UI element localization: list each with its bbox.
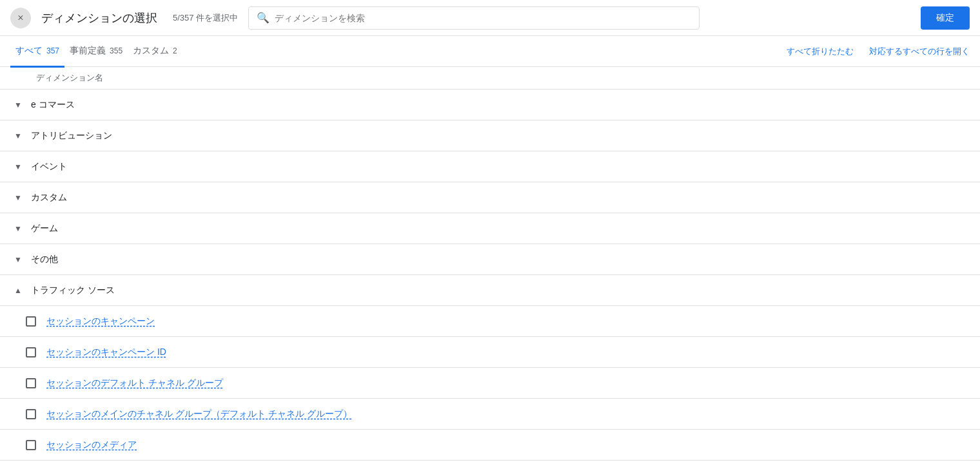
chevron-down-icon: ▼ [10, 252, 26, 267]
tab-predefined[interactable]: 事前定義 355 [64, 37, 128, 68]
category-game-label: ゲーム [31, 223, 58, 234]
chevron-down-icon: ▼ [10, 159, 26, 175]
tab-all-label: すべて [15, 45, 43, 57]
close-button[interactable]: × [10, 8, 31, 28]
session-main-channel-checkbox[interactable] [26, 409, 36, 419]
chevron-up-icon: ▲ [10, 283, 26, 298]
session-campaign-id-label: セッションのキャンペーン ID [46, 347, 166, 358]
column-header-dimension-name: ディメンション名 [10, 72, 103, 84]
category-custom-label: カスタム [31, 192, 67, 204]
chevron-down-icon: ▼ [10, 221, 26, 236]
dialog-title: ディメンションの選択 [41, 10, 157, 26]
selection-count: 5/357 件を選択中 [173, 12, 238, 24]
category-other-label: その他 [31, 254, 58, 265]
session-campaign-label: セッションのキャンペーン [46, 316, 155, 327]
chevron-down-icon: ▼ [10, 190, 26, 205]
list-item[interactable]: セッションの参照元 [0, 461, 980, 467]
list-item[interactable]: セッションのデフォルト チャネル グループ [0, 368, 980, 399]
chevron-down-icon: ▼ [10, 97, 26, 113]
search-icon: 🔍 [257, 12, 270, 24]
session-campaign-id-checkbox[interactable] [26, 347, 36, 357]
category-attribution-label: アトリビューション [31, 130, 112, 142]
session-media-label: セッションのメディア [46, 439, 137, 451]
category-event-label: イベント [31, 161, 67, 173]
tab-custom[interactable]: カスタム 2 [128, 37, 182, 68]
tab-custom-label: カスタム [133, 45, 169, 57]
search-input[interactable] [275, 13, 691, 23]
confirm-button[interactable]: 確定 [921, 6, 970, 30]
category-attribution[interactable]: ▼ アトリビューション [0, 120, 980, 151]
list-item[interactable]: セッションのメディア [0, 430, 980, 461]
tab-all[interactable]: すべて 357 [10, 37, 64, 68]
chevron-down-icon: ▼ [10, 128, 26, 144]
category-traffic[interactable]: ▲ トラフィック ソース [0, 275, 980, 306]
table-container: ディメンション名 ▼ e コマース ▼ アトリビューション ▼ イベント ▼ カ… [0, 67, 980, 467]
column-header-row: ディメンション名 [0, 67, 980, 90]
search-box: 🔍 [248, 6, 700, 30]
tabs-row: すべて 357 事前定義 355 カスタム 2 すべて折りたたむ 対応するすべて… [0, 36, 980, 67]
tab-all-badge: 357 [46, 46, 59, 55]
tabs-actions: すべて折りたたむ 対応するすべての行を開く [787, 46, 970, 57]
category-event[interactable]: ▼ イベント [0, 151, 980, 182]
category-traffic-label: トラフィック ソース [31, 285, 115, 296]
category-custom[interactable]: ▼ カスタム [0, 182, 980, 213]
session-media-checkbox[interactable] [26, 440, 36, 450]
category-other[interactable]: ▼ その他 [0, 244, 980, 275]
list-item[interactable]: セッションのメインのチャネル グループ（デフォルト チャネル グループ） [0, 399, 980, 430]
category-ecommerce-label: e コマース [31, 99, 75, 111]
session-default-channel-label: セッションのデフォルト チャネル グループ [46, 377, 223, 389]
tabs-left: すべて 357 事前定義 355 カスタム 2 [10, 36, 787, 67]
tab-predefined-badge: 355 [110, 46, 122, 55]
expand-all-button[interactable]: 対応するすべての行を開く [869, 46, 970, 57]
collapse-all-button[interactable]: すべて折りたたむ [787, 46, 854, 57]
dialog-header: × ディメンションの選択 5/357 件を選択中 🔍 確定 [0, 0, 980, 36]
tab-predefined-label: 事前定義 [70, 45, 106, 57]
session-default-channel-checkbox[interactable] [26, 378, 36, 388]
category-game[interactable]: ▼ ゲーム [0, 213, 980, 244]
tab-custom-badge: 2 [173, 46, 177, 55]
traffic-expanded-section: セッションのキャンペーン セッションのキャンペーン ID セッションのデフォルト… [0, 306, 980, 467]
list-item[interactable]: セッションのキャンペーン [0, 306, 980, 337]
category-ecommerce[interactable]: ▼ e コマース [0, 90, 980, 120]
session-campaign-checkbox[interactable] [26, 316, 36, 327]
list-item[interactable]: セッションのキャンペーン ID [0, 337, 980, 368]
session-main-channel-label: セッションのメインのチャネル グループ（デフォルト チャネル グループ） [46, 408, 352, 420]
